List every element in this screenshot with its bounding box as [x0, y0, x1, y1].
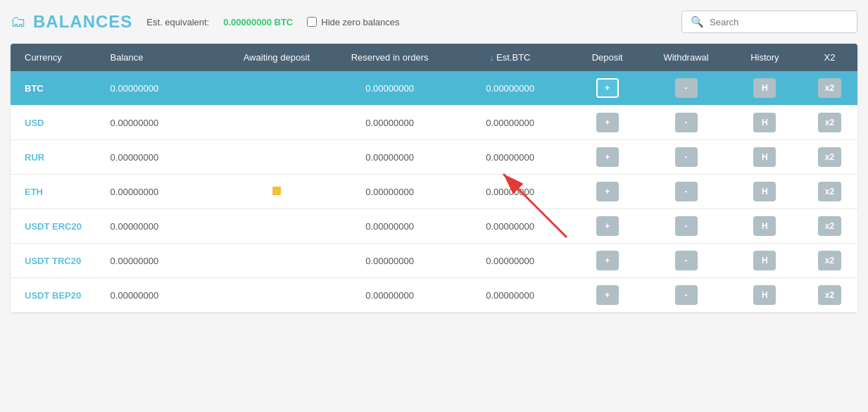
cell-balance: 0.00000000	[103, 278, 224, 313]
history-button[interactable]: H	[753, 78, 776, 98]
cell-x2: x2	[802, 175, 857, 209]
x2-button[interactable]: x2	[818, 147, 841, 167]
cell-estbtc: 0.00000000	[450, 175, 570, 209]
withdrawal-button[interactable]: -	[675, 78, 698, 98]
x2-button[interactable]: x2	[818, 182, 841, 201]
cell-currency: USD	[11, 106, 103, 140]
deposit-button[interactable]: +	[596, 78, 619, 98]
cell-history: H	[728, 209, 802, 244]
cell-reserved: 0.00000000	[329, 278, 450, 313]
balances-table: Currency Balance Awaiting deposit Reserv…	[11, 44, 857, 313]
history-button[interactable]: H	[753, 147, 776, 167]
currency-link[interactable]: USD	[25, 118, 44, 128]
col-header-reserved: Reserved in orders	[329, 44, 450, 71]
history-button[interactable]: H	[753, 182, 776, 201]
currency-link[interactable]: USDT BEP20	[25, 290, 81, 301]
deposit-button[interactable]: +	[596, 216, 619, 236]
table-row: RUR0.000000000.000000000.00000000+-Hx2	[11, 140, 857, 175]
cell-x2: x2	[802, 140, 857, 175]
hide-zero-checkbox[interactable]	[307, 17, 317, 27]
cell-awaiting	[224, 106, 330, 140]
eth-status-dot	[272, 187, 281, 195]
cell-estbtc: 0.00000000	[450, 106, 570, 140]
cell-currency: USDT ERC20	[11, 209, 103, 244]
cell-x2: x2	[802, 244, 857, 278]
cell-withdrawal: -	[644, 71, 727, 106]
cell-balance: 0.00000000	[103, 175, 224, 209]
table-row: BTC0.000000000.000000000.00000000+-Hx2	[11, 71, 857, 106]
cell-history: H	[728, 140, 802, 175]
page-header: 🗂 BALANCES Est. equivalent: 0.00000000 B…	[11, 11, 857, 33]
cell-reserved: 0.00000000	[329, 140, 450, 175]
currency-link[interactable]: BTC	[25, 83, 44, 94]
history-button[interactable]: H	[753, 251, 776, 270]
deposit-button[interactable]: +	[596, 285, 619, 305]
cell-withdrawal: -	[644, 278, 727, 313]
balances-icon: 🗂	[11, 13, 26, 31]
cell-history: H	[728, 106, 802, 140]
deposit-button[interactable]: +	[596, 113, 619, 132]
cell-awaiting	[224, 175, 330, 209]
cell-balance: 0.00000000	[103, 244, 224, 278]
history-button[interactable]: H	[753, 113, 776, 132]
cell-reserved: 0.00000000	[329, 106, 450, 140]
currency-link[interactable]: RUR	[25, 152, 44, 163]
cell-balance: 0.00000000	[103, 140, 224, 175]
cell-awaiting	[224, 209, 330, 244]
cell-withdrawal: -	[644, 175, 727, 209]
withdrawal-button[interactable]: -	[675, 182, 698, 201]
hide-zero-text: Hide zero balances	[321, 17, 399, 27]
currency-link[interactable]: USDT ERC20	[25, 221, 82, 232]
cell-estbtc: 0.00000000	[450, 278, 570, 313]
hide-zero-label[interactable]: Hide zero balances	[307, 17, 399, 27]
x2-button[interactable]: x2	[818, 78, 841, 98]
withdrawal-button[interactable]: -	[675, 113, 698, 132]
withdrawal-button[interactable]: -	[675, 251, 698, 270]
header-left: 🗂 BALANCES	[11, 12, 132, 32]
cell-balance: 0.00000000	[103, 106, 224, 140]
cell-history: H	[728, 278, 802, 313]
col-header-currency: Currency	[11, 44, 103, 71]
col-header-estbtc: ↓Est.BTC	[450, 44, 570, 71]
cell-currency: BTC	[11, 71, 103, 106]
cell-x2: x2	[802, 209, 857, 244]
cell-history: H	[728, 244, 802, 278]
cell-estbtc: 0.00000000	[450, 209, 570, 244]
cell-deposit: +	[570, 209, 644, 244]
cell-currency: RUR	[11, 140, 103, 175]
history-button[interactable]: H	[753, 285, 776, 305]
cell-x2: x2	[802, 106, 857, 140]
deposit-button[interactable]: +	[596, 147, 619, 167]
deposit-button[interactable]: +	[596, 182, 619, 201]
withdrawal-button[interactable]: -	[675, 147, 698, 167]
history-button[interactable]: H	[753, 216, 776, 236]
cell-history: H	[728, 175, 802, 209]
deposit-button[interactable]: +	[596, 251, 619, 270]
table-row: USD0.000000000.000000000.00000000+-Hx2	[11, 106, 857, 140]
col-header-deposit: Deposit	[570, 44, 644, 71]
cell-estbtc: 0.00000000	[450, 244, 570, 278]
x2-button[interactable]: x2	[818, 251, 841, 270]
balances-table-container: Currency Balance Awaiting deposit Reserv…	[11, 44, 857, 313]
withdrawal-button[interactable]: -	[675, 216, 698, 236]
x2-button[interactable]: x2	[818, 113, 841, 132]
cell-currency: USDT TRC20	[11, 244, 103, 278]
currency-link[interactable]: ETH	[25, 187, 43, 197]
cell-currency: USDT BEP20	[11, 278, 103, 313]
est-equivalent-value: 0.00000000 BTC	[223, 17, 293, 27]
est-equivalent-label: Est. equivalent:	[146, 17, 209, 27]
cell-reserved: 0.00000000	[329, 71, 450, 106]
page-wrapper: 🗂 BALANCES Est. equivalent: 0.00000000 B…	[0, 0, 868, 412]
currency-link[interactable]: USDT TRC20	[25, 256, 81, 266]
x2-button[interactable]: x2	[818, 216, 841, 236]
col-header-history: History	[728, 44, 802, 71]
x2-button[interactable]: x2	[818, 285, 841, 305]
withdrawal-button[interactable]: -	[675, 285, 698, 305]
table-row: ETH0.000000000.000000000.00000000+-Hx2	[11, 175, 857, 209]
col-header-x2: X2	[802, 44, 857, 71]
cell-awaiting	[224, 71, 330, 106]
cell-awaiting	[224, 140, 330, 175]
search-input[interactable]	[710, 17, 848, 27]
cell-balance: 0.00000000	[103, 71, 224, 106]
search-box: 🔍	[681, 11, 857, 33]
